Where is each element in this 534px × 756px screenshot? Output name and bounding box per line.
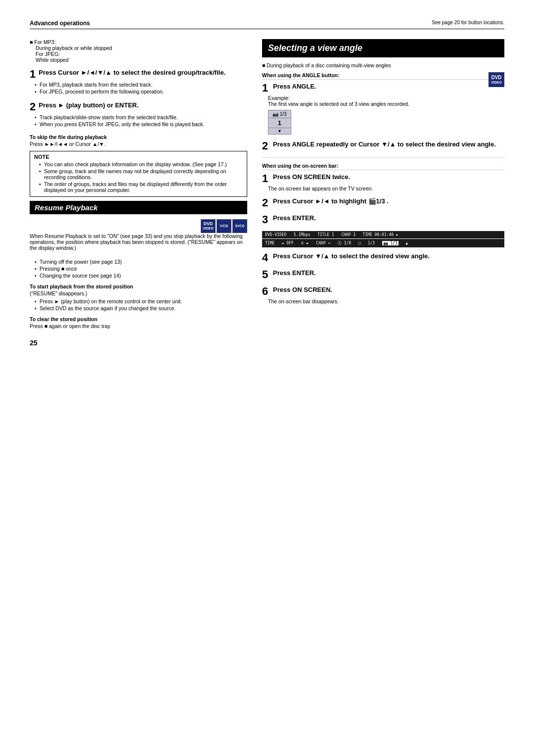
step-2-bullet-1: Track playback/slide-show starts from th… [35,114,247,120]
onscreen-step-2: 2 Press Cursor ►/◄ to highlight 🎬1/3 . [262,197,504,208]
onscreen-step-4: 4 Press Cursor ▼/▲ to select the desired… [262,252,504,263]
onscreen-step-2-number: 2 [262,197,271,208]
onscreen-step-1-title: Press ON SCREEN twice. [273,173,350,182]
note-bullet-3: The order of groups, tracks and files ma… [39,181,243,193]
clear-text: Press ■ again or open the disc tray. [30,323,247,329]
onscreen-step-2-title: Press Cursor ►/◄ to highlight 🎬1/3 . [273,197,389,206]
stored-pos-note: ("RESUME" disappears.) [30,290,247,296]
resume-bullets: Turning off the power (see page 13) Pres… [30,259,247,279]
skip-text: Press ►►/I◄◄ or Cursor ▲/▼. [30,141,247,147]
stored-pos-bullet-2: Select DVD as the source again if you ch… [35,305,247,311]
right-step-1-body: Example: The first view angle is selecte… [262,95,504,135]
stored-pos-title: To start playback from the stored positi… [30,284,247,289]
stored-pos-section: To start playback from the stored positi… [30,284,247,311]
step-2-block: 2 Press ► (play button) or ENTER. Track … [30,101,247,127]
right-column: Selecting a view angle During playback o… [262,39,504,347]
onscreen-step-5-number: 5 [262,269,271,280]
onscreen-step-5-header: 5 Press ENTER. [262,269,504,280]
onscreen-section: When using the on-screen bar: 1 Press ON… [262,163,504,304]
clear-section: To clear the stored position Press ■ aga… [30,316,247,329]
onscreen-step-5: 5 Press ENTER. [262,269,504,280]
note-bullet-2: Some group, track and file names may not… [39,168,243,180]
resume-section: Resume Playback DVD VIDEO VCD SVCD When … [30,201,247,329]
section-divider [262,157,504,158]
dvd-badge-right-icon: DVD VIDEO [489,72,504,87]
onscreen-step-4-header: 4 Press Cursor ▼/▲ to select the desired… [262,252,504,263]
onscreen-bar-row2: TIME ⇌ OFF ① ► CHAP ➡ ⓣ 1/8 □ 1/3 📷 1/3 … [262,239,504,247]
right-step-1-number: 1 [262,83,271,94]
page-number: 25 [30,339,247,347]
right-step-2-number: 2 [262,141,271,151]
step-1-bullet-1: For MP3, playback starts from the select… [35,82,247,88]
resume-bullet-1: Turning off the power (see page 13) [35,259,247,265]
resume-bullet-2: Pressing ■ once [35,266,247,272]
for-mp3-block: ■ For MP3: During playback or while stop… [30,39,247,63]
right-step-2-header: 2 Press ANGLE repeatedly or Cursor ▼/▲ t… [262,141,504,151]
right-step-1-header: 1 Press ANGLE. [262,83,484,94]
right-step-1-title: Press ANGLE. [273,83,316,91]
onscreen-step-3: 3 Press ENTER. [262,214,504,225]
resume-title: Resume Playback [30,201,247,214]
skip-title: To skip the file during playback [30,134,247,140]
onscreen-step-4-number: 4 [262,252,271,263]
step-1-bullet-2: For JPEG, proceed to perform the followi… [35,89,247,94]
for-mp3-label: ■ For MP3: [30,39,247,45]
stored-pos-bullet-1: Press ► (play button) on the remote cont… [35,298,247,304]
page-layout: Advanced operations See page 20 for butt… [30,20,504,347]
onscreen-step-6-title: Press ON SCREEN. [273,286,332,294]
angle-button-section: When using the ANGLE button: 1 Press ANG… [262,72,504,151]
right-step-2-title: Press ANGLE repeatedly or Cursor ▼/▲ to … [273,141,496,149]
step-2-number: 2 [30,101,36,112]
step-2-title: Press ► (play button) or ENTER. [39,101,138,109]
resume-bullet-3: Changing the source (see page 14) [35,273,247,279]
resume-badges: DVD VIDEO VCD SVCD [201,219,247,233]
onscreen-step-1-number: 1 [262,173,271,184]
onscreen-step-5-title: Press ENTER. [273,269,316,278]
example-text: The first view angle is selected out of … [268,101,504,107]
onscreen-step-4-title: Press Cursor ▼/▲ to select the desired v… [273,252,430,261]
right-title: Selecting a view angle [262,39,504,57]
angle-icon: 📷 [272,111,278,117]
for-mp3-lines: During playback or while stopped For JPE… [30,45,247,63]
angle-display-graphic: 📷 1/3 1 ▼ [268,110,504,135]
two-column-layout: ■ For MP3: During playback or while stop… [30,39,504,347]
example-label: Example: [268,95,504,101]
onscreen-bar-row1: DVD-VIDEO 5.1Mbps TITLE 1 CHAP 3 TIME 00… [262,231,504,238]
vcd-badge: VCD [217,219,231,233]
for-mp3-line-1: During playback or while stopped [36,45,247,51]
angle-table: 📷 1/3 1 ▼ [268,110,291,135]
step-1-bullets: For MP3, playback starts from the select… [30,82,247,94]
onscreen-step-6-number: 6 [262,286,271,297]
onscreen-step-2-header: 2 Press Cursor ►/◄ to highlight 🎬1/3 . [262,197,504,208]
right-step-2: 2 Press ANGLE repeatedly or Cursor ▼/▲ t… [262,141,504,151]
left-column: ■ For MP3: During playback or while stop… [30,39,247,347]
onscreen-step-1-body: The on-screen bar appears on the TV scre… [262,186,504,191]
step-2-header: 2 Press ► (play button) or ENTER. [30,101,247,112]
resume-intro-text: When Resume Playback is set to "ON" (see… [30,233,247,251]
top-bar: Advanced operations See page 20 for butt… [30,20,504,29]
clear-title: To clear the stored position [30,316,247,322]
note-bullets: You can also check playback information … [34,161,243,193]
for-jpeg-label: For JPEG: [36,51,247,57]
right-intro: During playback of a disc containing mul… [262,62,504,68]
step-2-bullet-2: When you press ENTER for JPEG, only the … [35,121,247,127]
onscreen-step-6: 6 Press ON SCREEN. The on-screen bar dis… [262,286,504,304]
step-1-title: Press Cursor ►/◄/▼/▲ to select the desir… [39,69,225,76]
onscreen-step-3-number: 3 [262,214,271,225]
dvd-badge: DVD VIDEO [201,219,216,233]
note-box: NOTE You can also check playback informa… [30,151,247,197]
angle-arrow-cell: ▼ [268,128,291,135]
note-bullet-1: You can also check playback information … [39,161,243,167]
right-step-1: 1 Press ANGLE. Example: The first view a… [262,83,504,135]
step-1-number: 1 [30,69,36,80]
skip-section: To skip the file during playback Press ►… [30,134,247,147]
dvd-badge-right: DVD VIDEO [489,72,504,87]
onscreen-label: When using the on-screen bar: [262,163,504,170]
onscreen-step-1-header: 1 Press ON SCREEN twice. [262,173,504,184]
page-reference: See page 20 for button locations. [432,20,504,25]
step-1-block: 1 Press Cursor ►/◄/▼/▲ to select the des… [30,69,247,94]
onscreen-step-3-header: 3 Press ENTER. [262,214,504,225]
note-title: NOTE [34,154,243,160]
angle-display-row: 📷 1/3 [268,110,291,118]
angle-button-label: When using the ANGLE button: [262,72,504,80]
